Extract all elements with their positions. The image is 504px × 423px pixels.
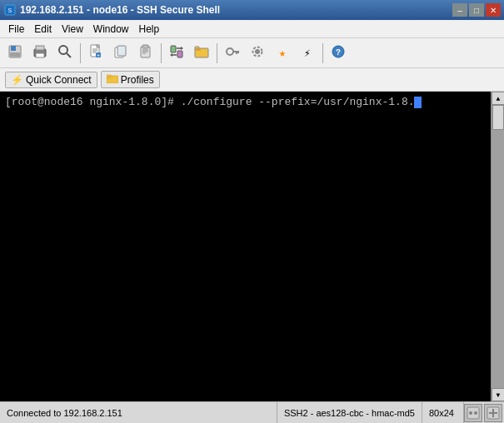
print-icon	[32, 44, 47, 62]
menu-view[interactable]: View	[57, 22, 88, 37]
copy-button[interactable]	[109, 42, 132, 65]
menu-window[interactable]: Window	[88, 22, 134, 37]
new-button[interactable]: +	[84, 42, 107, 65]
svg-rect-23	[171, 46, 176, 52]
svg-rect-4	[10, 52, 20, 57]
svg-text:?: ?	[336, 48, 341, 57]
settings-button[interactable]	[246, 42, 269, 65]
app-icon: S	[3, 3, 17, 17]
svg-point-43	[469, 411, 472, 415]
help-icon: ?	[331, 44, 346, 62]
svg-point-44	[474, 411, 477, 415]
new-icon: +	[88, 44, 103, 62]
lightning-icon: ⚡	[304, 47, 311, 60]
copy-icon	[113, 44, 128, 62]
terminal-line-1: [root@node16 nginx-1.8.0]# ./configure -…	[5, 96, 414, 108]
terminal-cursor	[414, 97, 422, 108]
close-button[interactable]: ✕	[486, 3, 501, 17]
menu-edit[interactable]: Edit	[29, 22, 57, 37]
paste-button[interactable]	[134, 42, 157, 65]
svg-point-8	[59, 46, 67, 54]
quick-connect-icon: ⚡	[11, 74, 23, 86]
scroll-up-button[interactable]: ▲	[492, 92, 504, 105]
profiles-label: Profiles	[121, 74, 154, 86]
dimensions-text: 80x24	[429, 408, 454, 418]
terminal-content: [root@node16 nginx-1.8.0]# ./configure -…	[5, 95, 486, 110]
svg-marker-27	[181, 47, 183, 50]
svg-text:S: S	[8, 7, 12, 14]
sftp-button[interactable]	[190, 42, 213, 65]
svg-rect-31	[195, 47, 199, 49]
toolbar: +	[0, 38, 504, 68]
status-icon-2[interactable]	[484, 404, 502, 422]
encryption-text: SSH2 - aes128-cbc - hmac-md5	[284, 408, 415, 418]
save-icon	[7, 44, 22, 62]
status-icon-1[interactable]	[464, 404, 482, 422]
scroll-thumb[interactable]	[492, 105, 504, 130]
maximize-button[interactable]: □	[469, 3, 484, 17]
window-controls: – □ ✕	[452, 3, 501, 17]
svg-point-36	[255, 49, 260, 54]
key-button[interactable]	[221, 42, 244, 65]
menu-bar: File Edit View Window Help	[0, 20, 504, 38]
terminal-wrapper: [root@node16 nginx-1.8.0]# ./configure -…	[0, 92, 504, 401]
find-button[interactable]	[53, 42, 77, 65]
quick-connect-button[interactable]: ⚡ Quick Connect	[5, 72, 97, 88]
transfer-icon	[169, 44, 184, 62]
quick-connect-label: Quick Connect	[26, 74, 92, 86]
encryption-status: SSH2 - aes128-cbc - hmac-md5	[277, 402, 422, 423]
svg-text:+: +	[97, 52, 100, 58]
title-bar: S 192.168.2.151 - node16 - SSH Secure Sh…	[0, 0, 504, 20]
dimensions-status: 80x24	[422, 402, 464, 423]
key-icon	[225, 44, 240, 62]
connection-text: Connected to 192.168.2.151	[7, 408, 122, 418]
svg-marker-28	[170, 53, 172, 57]
svg-point-32	[227, 48, 233, 55]
quick-bar: ⚡ Quick Connect Profiles	[0, 68, 504, 92]
scrollbar[interactable]: ▲ ▼	[491, 92, 504, 401]
profiles-button[interactable]: Profiles	[101, 71, 160, 88]
scroll-down-button[interactable]: ▼	[492, 388, 504, 401]
terminal[interactable]: [root@node16 nginx-1.8.0]# ./configure -…	[0, 92, 491, 401]
star-button[interactable]: ★	[271, 42, 294, 65]
svg-rect-6	[36, 46, 44, 50]
menu-file[interactable]: File	[3, 22, 29, 37]
settings-icon	[250, 44, 265, 62]
print-button[interactable]	[28, 42, 52, 65]
lightning-button[interactable]: ⚡	[296, 42, 319, 65]
sftp-icon	[194, 44, 209, 62]
save-button[interactable]	[3, 42, 27, 65]
minimize-button[interactable]: –	[452, 3, 467, 17]
separator-2	[161, 43, 162, 63]
separator-1	[80, 43, 81, 63]
svg-rect-41	[107, 75, 111, 77]
paste-icon	[138, 44, 153, 62]
help-button[interactable]: ?	[327, 42, 350, 65]
transfer-button[interactable]	[165, 42, 188, 65]
scroll-track	[492, 105, 504, 388]
svg-rect-7	[36, 53, 44, 57]
star-icon: ★	[279, 46, 286, 60]
find-icon	[57, 44, 72, 62]
svg-rect-17	[117, 46, 126, 56]
svg-rect-19	[142, 45, 148, 48]
svg-line-9	[67, 53, 71, 57]
connection-status: Connected to 192.168.2.151	[0, 402, 277, 423]
menu-help[interactable]: Help	[134, 22, 165, 37]
folder-icon	[107, 73, 118, 86]
status-bar: Connected to 192.168.2.151 SSH2 - aes128…	[0, 401, 504, 423]
window-title: 192.168.2.151 - node16 - SSH Secure Shel…	[20, 4, 220, 16]
title-bar-left: S 192.168.2.151 - node16 - SSH Secure Sh…	[3, 3, 220, 17]
separator-3	[217, 43, 217, 63]
separator-4	[322, 43, 323, 63]
svg-rect-3	[11, 46, 16, 51]
svg-rect-24	[177, 51, 182, 57]
